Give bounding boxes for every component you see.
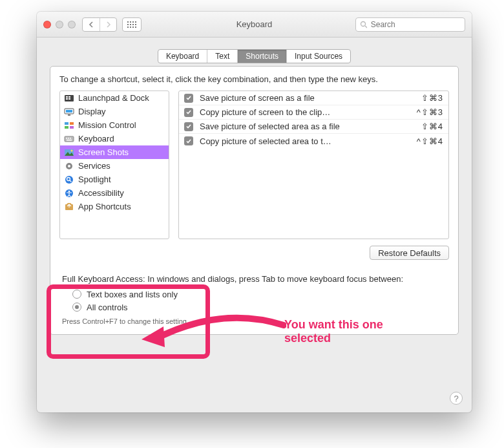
category-screen-shots[interactable]: Screen Shots: [60, 145, 169, 159]
fka-radio-text-boxes[interactable]: Text boxes and lists only: [72, 288, 446, 301]
category-launchpad-dock[interactable]: Launchpad & Dock: [60, 91, 169, 105]
full-keyboard-access-section: Full Keyboard Access: In windows and dia…: [59, 274, 449, 325]
search-input[interactable]: [371, 20, 461, 29]
help-button[interactable]: ?: [450, 392, 463, 405]
category-accessibility[interactable]: Accessibility: [60, 186, 169, 200]
category-label: Services: [78, 161, 110, 171]
svg-rect-14: [65, 136, 74, 142]
intro-text: To change a shortcut, select it, click t…: [59, 74, 449, 84]
shortcut-row[interactable]: Save picture of screen as a file ⇧⌘3: [179, 91, 448, 105]
svg-rect-3: [66, 96, 68, 98]
shortcut-list[interactable]: Save picture of screen as a file ⇧⌘3 Cop…: [178, 91, 449, 239]
shortcut-desc: Save picture of selected area as a file: [200, 122, 415, 131]
category-label: Accessibility: [78, 188, 124, 198]
fka-hint: Press Control+F7 to change this setting.: [62, 317, 446, 325]
svg-point-21: [71, 149, 73, 151]
tab-bar: Keyboard Text Shortcuts Input Sources: [158, 49, 351, 63]
category-spotlight[interactable]: Spotlight: [60, 173, 169, 186]
window-controls: [43, 21, 76, 28]
spotlight-icon: [64, 175, 74, 184]
category-label: Display: [78, 107, 106, 116]
radio-button-icon: [72, 290, 81, 299]
fka-radio-all-controls[interactable]: All controls: [72, 301, 446, 314]
radio-label: Text boxes and lists only: [87, 290, 178, 299]
shortcut-row[interactable]: Save picture of selected area as a file …: [179, 120, 448, 134]
category-label: Spotlight: [78, 175, 111, 184]
fka-header: Full Keyboard Access: In windows and dia…: [62, 274, 446, 284]
nav-back-button[interactable]: [83, 18, 100, 31]
shortcut-keys[interactable]: ⇧⌘4: [421, 122, 443, 131]
svg-point-24: [65, 176, 73, 184]
radio-button-icon: [72, 303, 81, 312]
category-display[interactable]: Display: [60, 105, 169, 118]
minimize-window-button[interactable]: [56, 21, 63, 28]
app-shortcuts-icon: [64, 202, 74, 211]
shortcut-desc: Copy picture of screen to the clip…: [200, 107, 410, 117]
gear-icon: [64, 162, 74, 171]
svg-rect-17: [70, 138, 71, 139]
tab-input-sources[interactable]: Input Sources: [286, 50, 350, 63]
category-label: Screen Shots: [78, 147, 129, 157]
category-label: App Shortcuts: [78, 202, 131, 211]
shortcut-checkbox[interactable]: [184, 122, 193, 131]
content-area: Keyboard Text Shortcuts Input Sources To…: [37, 37, 472, 341]
svg-point-0: [361, 21, 366, 26]
shortcut-desc: Copy picture of selected area to t…: [200, 136, 410, 146]
preferences-window: Keyboard Keyboard Text Shortcuts Input S…: [37, 12, 472, 412]
tabs-wrap: Keyboard Text Shortcuts Input Sources: [50, 49, 459, 63]
category-mission-control[interactable]: Mission Control: [60, 118, 169, 132]
shortcut-row[interactable]: Copy picture of selected area to t… ^⇧⌘4: [179, 134, 448, 148]
svg-rect-10: [65, 122, 68, 125]
zoom-window-button[interactable]: [68, 21, 76, 28]
svg-point-23: [68, 165, 70, 167]
shortcut-row[interactable]: Copy picture of screen to the clip… ^⇧⌘3: [179, 105, 448, 120]
category-keyboard[interactable]: Keyboard: [60, 132, 169, 145]
shortcut-checkbox[interactable]: [184, 94, 193, 103]
accessibility-icon: [64, 189, 74, 198]
shortcut-keys[interactable]: ⇧⌘3: [421, 93, 443, 103]
display-icon: [64, 107, 74, 116]
tab-text[interactable]: Text: [207, 50, 237, 63]
shortcut-keys[interactable]: ^⇧⌘3: [417, 107, 443, 117]
svg-rect-5: [66, 98, 68, 100]
shortcut-checkbox[interactable]: [184, 136, 193, 145]
keyboard-icon: [64, 134, 74, 144]
restore-defaults-button[interactable]: Restore Defaults: [370, 246, 449, 260]
nav-back-forward: [82, 17, 117, 32]
svg-point-28: [68, 190, 70, 192]
show-all-button[interactable]: [122, 17, 142, 32]
shortcut-checkbox[interactable]: [184, 108, 193, 117]
svg-rect-4: [68, 96, 70, 98]
shortcuts-panel: To change a shortcut, select it, click t…: [50, 66, 459, 335]
svg-line-1: [365, 26, 367, 28]
svg-rect-15: [66, 138, 67, 139]
svg-rect-16: [68, 138, 69, 139]
tab-shortcuts[interactable]: Shortcuts: [237, 50, 286, 63]
mission-control-icon: [64, 121, 74, 130]
svg-rect-13: [70, 126, 74, 129]
svg-rect-6: [68, 98, 70, 100]
fka-radio-group: Text boxes and lists only All controls: [62, 288, 446, 314]
category-label: Keyboard: [78, 134, 114, 144]
radio-label: All controls: [87, 303, 128, 312]
titlebar: Keyboard: [37, 12, 472, 37]
shortcut-desc: Save picture of screen as a file: [200, 93, 415, 103]
svg-rect-9: [68, 114, 70, 116]
close-window-button[interactable]: [43, 21, 51, 28]
category-list[interactable]: Launchpad & Dock Display Mission Control…: [59, 91, 169, 239]
search-field-wrap: [355, 17, 465, 32]
svg-rect-11: [70, 122, 74, 125]
svg-rect-18: [67, 140, 72, 141]
screenshots-icon: [64, 148, 74, 157]
category-services[interactable]: Services: [60, 159, 169, 173]
tab-keyboard[interactable]: Keyboard: [158, 50, 207, 63]
svg-rect-8: [66, 110, 72, 112]
category-app-shortcuts[interactable]: App Shortcuts: [60, 200, 169, 213]
launchpad-icon: [64, 94, 74, 103]
category-label: Launchpad & Dock: [78, 93, 149, 103]
nav-forward-button[interactable]: [100, 18, 116, 31]
search-icon: [360, 21, 367, 28]
category-label: Mission Control: [78, 120, 136, 130]
shortcut-keys[interactable]: ^⇧⌘4: [417, 136, 443, 146]
svg-rect-12: [65, 126, 68, 129]
